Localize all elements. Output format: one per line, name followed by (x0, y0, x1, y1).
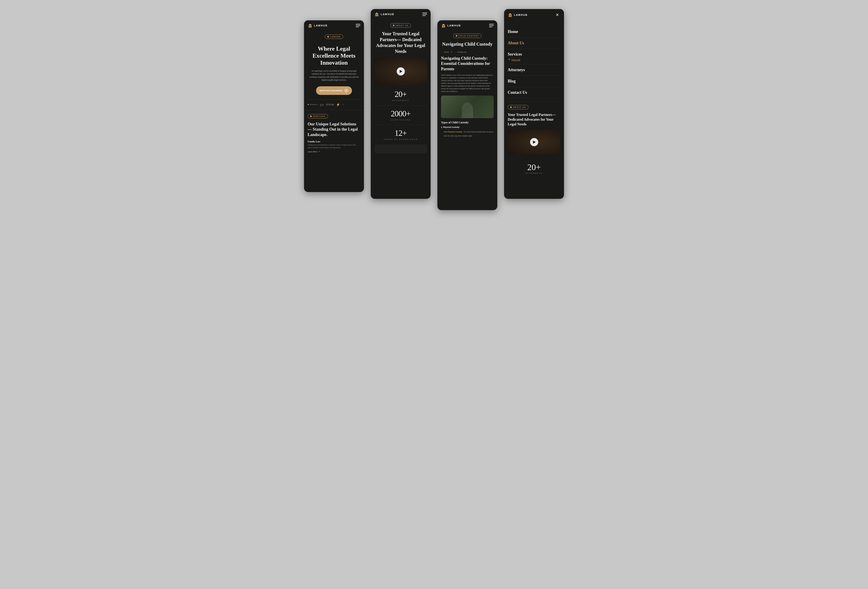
logo-ipsum: IPSUM (326, 103, 334, 106)
breadcrumb-home-text: Home (444, 51, 449, 53)
menu-item-attorneys[interactable]: Attorneys (508, 65, 560, 76)
logo-menu[interactable]: LAWHUB (508, 12, 528, 18)
svg-rect-16 (509, 16, 512, 17)
menu-contact-label: Contact Us (508, 90, 560, 95)
featured-logos: go IPSUM ⚡ || (320, 103, 344, 106)
service-desc-family: Family law encompasses a diverse array o… (308, 144, 360, 149)
play-button[interactable] (397, 67, 405, 75)
hamburger-about[interactable] (422, 13, 427, 16)
logo-custody[interactable]: LAWHUB (441, 23, 461, 28)
menu-item-home[interactable]: Home (508, 26, 560, 37)
breadcrumb-separator (451, 52, 452, 53)
svg-rect-4 (311, 25, 311, 26)
svg-marker-7 (375, 12, 379, 14)
logo-bolt: ⚡ (336, 103, 340, 106)
svg-rect-3 (309, 25, 310, 26)
svg-rect-10 (442, 26, 445, 27)
featured-bar: Featured in go IPSUM ⚡ || (308, 99, 360, 106)
phone-about: LAWHUB ABOUT US Your Trusted Legal Partn… (371, 9, 431, 199)
menu-blog-label: Blog (508, 79, 560, 84)
nav-bar-menu: LAWHUB ✕ (504, 9, 564, 21)
stat-cases-number: 2000+ (374, 109, 427, 118)
custody-article: Navigating Child Custody: Essential Cons… (437, 53, 497, 141)
svg-rect-5 (375, 15, 378, 16)
breadcrumb-home[interactable]: Home (441, 51, 449, 53)
menu-item-services[interactable]: Services ▾ View All (508, 49, 560, 65)
hero-title: Where Legal Excellence Meets Innovation (308, 45, 360, 66)
svg-rect-9 (377, 14, 378, 15)
services-title: Our Unique Legal Solutions — Standing Ou… (308, 122, 360, 137)
type-physical-title: Physical Custody: (443, 126, 460, 128)
breadcrumb: Home Family Law (437, 49, 497, 53)
types-title: Types of Child Custody: (441, 121, 494, 124)
stat-experience-label: YEARS OF EXPERIENCE (374, 138, 427, 140)
menu-attorneys-label: Attorneys (508, 68, 560, 72)
logo-go: go (320, 103, 324, 106)
stat-cases-label: CASE SOLVED (374, 119, 427, 121)
stat-attorneys-label: ATTORNEYS (374, 99, 427, 102)
cta-arrow-icon: ↗ (344, 88, 348, 93)
logo-text-home: LAWHUB (314, 24, 328, 27)
custody-article-title: Navigating Child Custody: Essential Cons… (441, 56, 494, 72)
phone4-video[interactable] (508, 130, 560, 155)
svg-rect-11 (442, 27, 445, 28)
nav-bar-about: LAWHUB (371, 9, 431, 19)
types-list: 1. Physical Custody: Sole Physical Custo… (441, 126, 494, 137)
logo-extra: || (342, 103, 344, 106)
close-menu-button[interactable]: ✕ (554, 12, 560, 18)
logo-home[interactable]: LAWHUB (308, 23, 328, 28)
nav-menu-items-list: Home About Us Services ▾ View All Attorn… (508, 26, 560, 98)
phone-custody: LAWHUB CHILD CUSTODY Navigating Child Cu… (437, 20, 497, 210)
hamburger-custody[interactable] (489, 24, 494, 27)
menu-home-label: Home (508, 29, 560, 34)
phone4-badge-dot (510, 106, 512, 108)
custody-article-text: Child custody is one of the most sensiti… (441, 74, 494, 93)
services-badge-dot (310, 115, 312, 117)
phone4-about-section: ABOUT US Your Trusted Legal Partners— De… (508, 102, 560, 177)
stat-experience: 12+ YEARS OF EXPERIENCE (374, 128, 427, 140)
phone4-stat-label: ATTORNEYS (508, 172, 560, 174)
menu-item-contact[interactable]: Contact Us (508, 87, 560, 98)
hamburger-home[interactable] (356, 24, 360, 27)
hero-section: LAWHUB Where Legal Excellence Meets Inno… (304, 31, 364, 110)
learn-more-link-family[interactable]: Learn More ↗ (308, 151, 320, 153)
about-badge-dot (393, 25, 394, 26)
stat-experience-number: 12+ (374, 128, 427, 138)
menu-item-blog[interactable]: Blog (508, 76, 560, 87)
stat-cases: 2000+ CASE SOLVED (374, 109, 427, 121)
svg-rect-15 (509, 16, 512, 16)
svg-rect-14 (444, 25, 444, 26)
nav-bar-home: LAWHUB (304, 20, 364, 31)
breadcrumb-family-law[interactable]: Family Law (454, 51, 466, 53)
logo-about[interactable]: LAWHUB (374, 12, 394, 17)
about-cta-partial (374, 144, 427, 153)
view-all-link[interactable]: View All (511, 58, 520, 61)
about-section: ABOUT US Your Trusted Legal Partners— De… (371, 19, 431, 157)
menu-about-label: About Us (508, 41, 560, 46)
about-video[interactable] (374, 58, 427, 85)
svg-rect-6 (375, 16, 378, 16)
logo-icon-custody (441, 23, 446, 28)
menu-item-about[interactable]: About Us (508, 37, 560, 49)
custody-article-image (441, 96, 494, 118)
breadcrumb-family-text: Family Law (457, 51, 466, 53)
logo-text-menu: LAWHUB (514, 13, 528, 16)
about-badge: ABOUT US (390, 23, 411, 28)
phone-nav-menu: LAWHUB ✕ Home About Us Services ▾ View A… (504, 9, 564, 199)
type-num-1: 1. Physical Custody: (441, 126, 494, 128)
hero-badge: LAWHUB (325, 35, 343, 39)
custody-badge: CHILD CUSTODY (453, 34, 482, 38)
svg-rect-19 (511, 15, 511, 16)
hero-description: At LawForge, we're committed to forging … (308, 69, 360, 82)
svg-marker-2 (309, 24, 312, 25)
book-consultation-button[interactable]: Book Free Consultation ↗ (316, 86, 352, 95)
svg-marker-17 (508, 13, 512, 15)
phone4-about-badge: ABOUT US (508, 105, 528, 109)
svg-marker-12 (442, 24, 445, 25)
custody-page-title: Navigating Child Custody (441, 41, 494, 47)
type-sole-title: Sole Physical Custody: (444, 131, 462, 133)
phone4-play-button[interactable] (530, 138, 538, 146)
svg-rect-0 (309, 26, 312, 27)
logo-icon-home (308, 23, 313, 28)
featured-dot (308, 104, 309, 105)
